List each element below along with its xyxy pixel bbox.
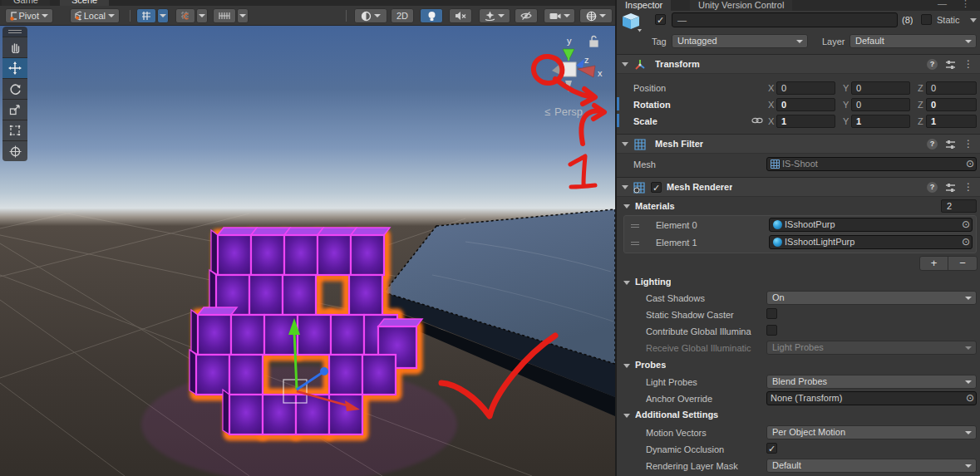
mesh-object-field[interactable]: IS-Shoot ⊙ — [766, 157, 977, 171]
anchor-override-field[interactable]: None (Transform) ⊙ — [766, 391, 977, 405]
mesh-renderer-foldout[interactable] — [622, 185, 628, 189]
persp-label[interactable]: Persp — [554, 106, 583, 118]
drag-handle-icon[interactable] — [631, 240, 639, 247]
scene-toolbar: Pivot Local — [0, 6, 615, 26]
probes-foldout[interactable] — [623, 364, 630, 368]
move-tool-button[interactable] — [2, 57, 27, 78]
lock-icon[interactable] — [590, 37, 598, 47]
presets-icon[interactable] — [945, 183, 956, 193]
hand-tool-button[interactable] — [2, 37, 27, 57]
scene-render: y z x ≤ Persp — [0, 26, 615, 476]
drag-handle-icon[interactable] — [631, 223, 639, 229]
scene-viewport[interactable]: y z x ≤ Persp — [0, 26, 615, 476]
axis-z: Z — [918, 100, 923, 110]
grid-visibility-button[interactable] — [136, 8, 156, 23]
rendering-layer-mask-dropdown[interactable]: Default — [766, 459, 977, 473]
object-picker-icon[interactable]: ⊙ — [966, 392, 974, 405]
help-icon[interactable]: ? — [927, 59, 938, 70]
kebab-menu-icon[interactable]: ⋮ — [963, 139, 973, 150]
cast-shadows-dropdown[interactable]: On — [766, 291, 977, 305]
light-probes-dropdown[interactable]: Blend Probes — [766, 375, 977, 389]
shading-mode-button[interactable] — [354, 8, 387, 23]
materials-foldout[interactable] — [623, 204, 630, 209]
dynamic-occlusion-checkbox[interactable]: ✓ — [766, 443, 777, 454]
gizmos-button[interactable] — [579, 8, 613, 23]
static-shadow-caster-checkbox[interactable] — [766, 308, 777, 319]
tab-scene[interactable]: Scene — [60, 0, 109, 6]
remove-material-button[interactable]: − — [948, 257, 977, 270]
position-z-field[interactable]: 0 — [926, 81, 977, 95]
axis-y-label[interactable]: y — [567, 36, 572, 46]
axis-x: X — [768, 83, 774, 93]
presets-icon[interactable] — [945, 60, 956, 70]
tab-game[interactable]: Game — [2, 0, 50, 6]
effects-button[interactable] — [479, 8, 510, 23]
rotation-y-field[interactable]: 0 — [851, 98, 910, 111]
mesh-renderer-header[interactable]: ✓ Mesh Renderer ? ⋮ — [617, 177, 980, 197]
rotate-tool-button[interactable] — [2, 78, 27, 99]
element1-material-field[interactable]: ISshootLightPurp ⊙ — [769, 235, 973, 249]
prefab-cube-icon[interactable] — [622, 12, 643, 32]
active-check-icon: ✓ — [657, 15, 664, 25]
pivot-button[interactable]: Pivot — [5, 8, 53, 23]
object-picker-icon[interactable]: ⊙ — [962, 218, 970, 231]
tab-version-control[interactable]: Unity Version Control — [690, 0, 792, 11]
2d-toggle-button[interactable]: 2D — [391, 8, 414, 23]
element0-material-field[interactable]: ISshootPurp ⊙ — [769, 218, 973, 232]
contribute-gi-checkbox[interactable] — [766, 325, 777, 336]
scene-visibility-button[interactable] — [515, 8, 538, 23]
static-checkbox[interactable] — [921, 14, 932, 25]
snap-dropdown[interactable] — [196, 8, 208, 23]
transform-header[interactable]: Transform ? ⋮ — [617, 54, 980, 74]
mesh-filter-foldout[interactable] — [622, 142, 628, 146]
kebab-menu-icon[interactable]: ⋮ — [963, 59, 973, 70]
panel-minimize-icon[interactable]: — — [938, 0, 947, 8]
tag-dropdown[interactable]: Untagged — [672, 34, 808, 48]
kebab-menu-icon[interactable]: ⋮ — [963, 182, 973, 193]
position-y-field[interactable]: 0 — [851, 81, 910, 95]
gameobject-name-field[interactable]: — — [672, 12, 898, 27]
static-dropdown-caret[interactable] — [970, 18, 977, 22]
presets-icon[interactable] — [945, 140, 956, 150]
snap-increment-dropdown[interactable] — [237, 8, 249, 23]
axis-z-label[interactable]: z — [584, 55, 589, 65]
snap-button[interactable] — [175, 8, 195, 23]
axis-x-label[interactable]: x — [598, 68, 603, 78]
panel-menu-icon[interactable]: ⋮ — [961, 0, 970, 9]
check-icon: ✓ — [768, 444, 776, 454]
scale-tool-button[interactable] — [2, 99, 27, 120]
scene-camera-button[interactable] — [544, 8, 575, 23]
local-button[interactable]: Local — [70, 8, 120, 23]
scene-audio-button[interactable] — [449, 8, 472, 23]
scale-y-field[interactable]: 1 — [851, 115, 910, 128]
scale-link-icon[interactable] — [751, 116, 763, 125]
gizmos-sphere-icon — [586, 11, 597, 22]
object-picker-icon[interactable]: ⊙ — [962, 236, 970, 248]
motion-vectors-dropdown[interactable]: Per Object Motion — [766, 425, 977, 439]
layer-dropdown[interactable]: Default — [849, 34, 977, 48]
additional-settings-foldout[interactable] — [623, 414, 630, 418]
help-icon[interactable]: ? — [927, 182, 938, 193]
scene-lighting-button[interactable] — [420, 8, 443, 23]
active-checkbox[interactable]: ✓ — [655, 14, 666, 25]
rotation-x-field[interactable]: 0 — [776, 98, 835, 111]
help-icon[interactable]: ? — [927, 139, 938, 150]
object-picker-icon[interactable]: ⊙ — [966, 158, 974, 170]
snap-increment-button[interactable] — [213, 8, 236, 23]
tab-inspector[interactable]: Inspector — [617, 0, 671, 11]
position-x-field[interactable]: 0 — [776, 81, 835, 95]
rotation-z-field[interactable]: 0 — [926, 98, 977, 111]
rect-tool-button[interactable] — [2, 120, 27, 140]
scale-z-field[interactable]: 1 — [926, 115, 977, 128]
add-material-button[interactable]: + — [920, 257, 948, 270]
lighting-foldout[interactable] — [623, 281, 630, 285]
scale-x-field[interactable]: 1 — [776, 115, 835, 128]
materials-count-field[interactable]: 2 — [941, 199, 977, 213]
transform-tool-button[interactable] — [2, 140, 27, 161]
transform-foldout[interactable] — [622, 62, 628, 66]
mesh-renderer-enabled-checkbox[interactable]: ✓ — [651, 182, 662, 193]
toolstrip-grip[interactable] — [2, 27, 27, 37]
check-icon: ✓ — [653, 183, 660, 193]
grid-visibility-dropdown[interactable] — [157, 8, 169, 23]
mesh-filter-header[interactable]: Mesh Filter ? ⋮ — [617, 134, 980, 154]
